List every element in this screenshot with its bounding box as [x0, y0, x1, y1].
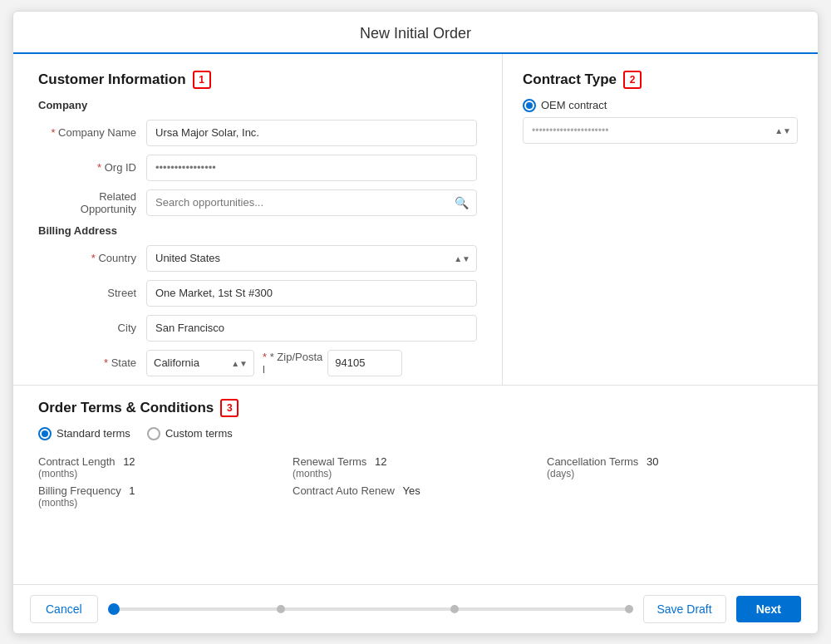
- customer-information-title: Customer Information 1: [38, 71, 477, 89]
- standard-terms-radio[interactable]: [38, 427, 52, 440]
- contract-type-label: Contract Type: [523, 71, 617, 88]
- city-row: City: [38, 315, 477, 342]
- contract-type-select[interactable]: ••••••••••••••••••••••: [523, 117, 798, 144]
- contract-type-select-wrapper: •••••••••••••••••••••• ▲▼: [523, 117, 798, 144]
- country-label: Country: [38, 252, 146, 264]
- billing-frequency-value: 1: [129, 484, 135, 497]
- state-select[interactable]: California: [146, 350, 254, 376]
- state-zip-row: State California ▲▼ * Zip/Postal: [38, 350, 477, 376]
- billing-frequency-item: Billing Frequency 1 (months): [38, 484, 284, 509]
- terms-grid: Contract Length 12 (months) Renewal Term…: [38, 455, 793, 509]
- modal-header: New Initial Order: [13, 12, 818, 54]
- contract-type-title: Contract Type 2: [523, 71, 798, 89]
- street-input[interactable]: [146, 280, 477, 307]
- city-input[interactable]: [146, 315, 477, 342]
- renewal-terms-unit: (months): [293, 468, 538, 479]
- billing-address-label: Billing Address: [38, 224, 477, 237]
- street-row: Street: [38, 280, 477, 307]
- contract-type-section: Contract Type 2 OEM contract •••••••••••…: [502, 54, 818, 385]
- cancellation-terms-unit: (days): [547, 468, 793, 479]
- contract-length-value: 12: [123, 455, 135, 468]
- contract-auto-item: Contract Auto Renew Yes: [293, 484, 538, 509]
- custom-terms-option[interactable]: Custom terms: [147, 427, 233, 440]
- customer-information-label: Customer Information: [38, 71, 186, 88]
- country-select[interactable]: United States: [146, 245, 477, 272]
- company-name-row: Company Name: [38, 120, 477, 146]
- oem-contract-label: OEM contract: [541, 99, 607, 111]
- custom-terms-label: Custom terms: [165, 427, 233, 440]
- modal-title: New Initial Order: [360, 25, 471, 42]
- progress-dot-mid-2: [450, 605, 459, 613]
- standard-terms-label: Standard terms: [57, 427, 130, 440]
- search-opportunities-input[interactable]: [146, 189, 477, 216]
- org-id-input[interactable]: [146, 155, 477, 181]
- billing-frequency-unit: (months): [38, 497, 284, 509]
- next-button[interactable]: Next: [736, 596, 801, 622]
- street-label: Street: [38, 287, 146, 299]
- search-icon: 🔍: [455, 196, 469, 209]
- save-draft-button[interactable]: Save Draft: [643, 595, 726, 623]
- search-opportunities-wrapper: 🔍: [146, 189, 477, 216]
- order-terms-label: Order Terms & Conditions: [38, 400, 214, 416]
- cancel-button[interactable]: Cancel: [30, 595, 98, 623]
- state-label: State: [38, 356, 146, 369]
- new-initial-order-modal: New Initial Order Customer Information 1…: [12, 11, 819, 634]
- top-content: Customer Information 1 Company Company N…: [13, 54, 818, 385]
- zip-input[interactable]: [327, 350, 402, 376]
- step-badge-1: 1: [193, 71, 211, 89]
- contract-length-item: Contract Length 12 (months): [38, 455, 284, 479]
- cancellation-terms-value: 30: [647, 455, 658, 468]
- order-terms-section: Order Terms & Conditions 3 Standard term…: [13, 386, 818, 525]
- cancellation-terms-item: Cancellation Terms 30 (days): [547, 455, 793, 479]
- related-opportunity-row: RelatedOpportunity 🔍: [38, 189, 477, 216]
- related-opportunity-label: RelatedOpportunity: [38, 190, 146, 215]
- renewal-terms-item: Renewal Terms 12 (months): [293, 455, 538, 479]
- step-badge-2: 2: [623, 71, 642, 89]
- order-terms-title: Order Terms & Conditions 3: [38, 399, 793, 417]
- zip-label: * Zip/Postal: [263, 351, 322, 376]
- customer-information-section: Customer Information 1 Company Company N…: [13, 54, 502, 385]
- progress-dot-end: [625, 605, 633, 613]
- org-id-row: Org ID: [38, 155, 477, 181]
- oem-contract-radio[interactable]: [523, 99, 536, 112]
- progress-dot-mid-1: [277, 605, 285, 613]
- progress-dot-active: [108, 603, 120, 615]
- modal-footer: Cancel Save Draft Next: [13, 584, 818, 633]
- country-select-wrapper: United States ▲▼: [146, 245, 477, 272]
- progress-track: [108, 607, 633, 611]
- company-name-label: Company Name: [38, 126, 146, 139]
- progress-bar: [108, 607, 633, 611]
- standard-terms-option[interactable]: Standard terms: [38, 427, 130, 440]
- cancellation-terms-label: Cancellation Terms: [547, 455, 638, 468]
- city-label: City: [38, 322, 146, 334]
- renewal-terms-label: Renewal Terms: [293, 455, 366, 468]
- contract-auto-label: Contract Auto Renew: [293, 484, 398, 497]
- custom-terms-radio[interactable]: [147, 427, 160, 440]
- step-badge-3: 3: [220, 399, 238, 417]
- contract-auto-value: Yes: [403, 484, 420, 497]
- contract-type-radio-row: OEM contract: [523, 99, 798, 112]
- country-row: Country United States ▲▼: [38, 245, 477, 272]
- company-name-input[interactable]: [146, 120, 477, 146]
- modal-body: Customer Information 1 Company Company N…: [13, 54, 818, 584]
- billing-frequency-label: Billing Frequency: [38, 484, 121, 497]
- contract-length-unit: (months): [38, 468, 284, 479]
- state-select-wrapper: California ▲▼: [146, 350, 254, 376]
- terms-radio-row: Standard terms Custom terms: [38, 427, 793, 440]
- renewal-terms-value: 12: [375, 455, 386, 468]
- company-subsection-title: Company: [38, 99, 477, 111]
- org-id-label: Org ID: [38, 161, 146, 174]
- contract-length-label: Contract Length: [38, 455, 116, 468]
